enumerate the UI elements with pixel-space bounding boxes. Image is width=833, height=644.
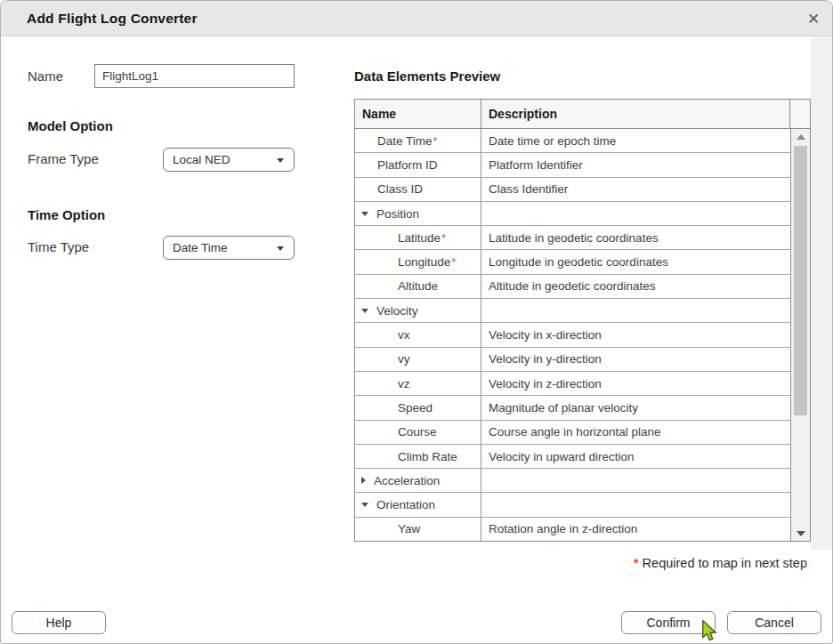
row-name-cell: Altitude [355, 275, 481, 298]
vertical-scrollbar[interactable] [790, 129, 810, 542]
row-name-cell: Orientation [355, 493, 481, 516]
row-name-label: vx [398, 328, 410, 342]
chevron-down-icon [277, 158, 284, 163]
right-gutter [811, 37, 833, 550]
scroll-down-button[interactable] [791, 526, 810, 542]
table-row[interactable]: Climb RateVelocity in upward direction [355, 445, 791, 469]
table-row[interactable]: SpeedMagnitude of planar velocity [355, 396, 791, 420]
collapse-icon[interactable] [361, 309, 368, 313]
table-row[interactable]: YawRotation angle in z-direction [355, 518, 791, 542]
row-name-cell: Course [355, 421, 481, 444]
row-description-cell: Latitude in geodetic coordinates [481, 226, 791, 249]
scroll-up-button[interactable] [791, 129, 810, 145]
table-row[interactable]: Class IDClass Identifier [355, 178, 791, 202]
confirm-button-label: Confirm [646, 616, 690, 630]
row-description-cell: Date time or epoch time [481, 129, 791, 152]
row-description-cell: Velocity in upward direction [481, 445, 791, 468]
name-input[interactable] [94, 64, 295, 88]
table-row[interactable]: Velocity [355, 299, 791, 323]
row-name-cell: Yaw [355, 518, 481, 541]
table-row[interactable]: Orientation [355, 493, 791, 517]
help-button-label: Help [46, 616, 72, 630]
required-marker: * [433, 134, 438, 148]
dialog-titlebar[interactable]: Add Flight Log Converter ✕ [1, 1, 832, 36]
time-type-value: Date Time [173, 241, 228, 254]
row-name-label: Climb Rate [398, 450, 457, 463]
row-name-label: Velocity [376, 304, 418, 318]
cancel-button[interactable]: Cancel [727, 611, 821, 634]
time-type-dropdown[interactable]: Date Time [163, 236, 295, 260]
close-button[interactable]: ✕ [802, 7, 825, 30]
required-marker: * [441, 231, 446, 245]
collapse-icon[interactable] [361, 212, 368, 216]
row-name-label: Position [376, 207, 419, 221]
row-description-cell: Velocity in x-direction [481, 323, 791, 346]
confirm-button[interactable]: Confirm [621, 611, 716, 634]
preview-heading: Data Elements Preview [354, 68, 500, 84]
row-name-cell: Velocity [355, 299, 481, 322]
required-marker: * [451, 255, 456, 269]
scroll-up-icon [797, 134, 805, 140]
frame-type-dropdown[interactable]: Local NED [163, 148, 295, 172]
table-row[interactable]: vyVelocity in y-direction [355, 348, 791, 372]
table-row[interactable]: CourseCourse angle in horizontal plane [355, 421, 791, 445]
expand-icon[interactable] [361, 477, 366, 484]
model-option-heading: Model Option [28, 118, 113, 133]
row-name-cell: Platform ID [355, 153, 481, 176]
column-header-scroll-spacer [790, 100, 810, 128]
time-option-heading: Time Option [28, 207, 105, 222]
data-elements-table: Name Description Date Time*Date time or … [354, 99, 811, 542]
row-description-cell: Rotation angle in z-direction [481, 518, 791, 541]
frame-type-label: Frame Type [28, 151, 99, 166]
required-footnote: *Required to map in next step [633, 556, 807, 570]
scrollbar-thumb[interactable] [794, 146, 807, 415]
row-description-cell: Altitude in geodetic coordinates [481, 275, 791, 298]
row-description-cell: Course angle in horizontal plane [481, 421, 791, 444]
row-description-cell [481, 202, 791, 225]
row-name-label: vz [398, 377, 410, 390]
cancel-button-label: Cancel [755, 616, 794, 630]
table-row[interactable]: Latitude*Latitude in geodetic coordinate… [355, 226, 791, 250]
row-name-cell: Latitude* [355, 226, 481, 249]
row-name-cell: Longitude* [355, 250, 481, 273]
row-name-label: Date Time [377, 134, 433, 148]
time-type-label: Time Type [28, 239, 89, 254]
row-name-label: Class ID [377, 182, 423, 196]
help-button[interactable]: Help [12, 611, 106, 634]
table-row[interactable]: vxVelocity in x-direction [355, 323, 791, 347]
row-description-cell: Magnitude of planar velocity [481, 396, 791, 419]
row-name-cell: vz [355, 372, 481, 395]
table-row[interactable]: Date Time*Date time or epoch time [355, 129, 791, 153]
table-row[interactable]: Platform IDPlatform Identifier [355, 153, 791, 177]
row-name-label: Altitude [398, 279, 438, 293]
table-body: Date Time*Date time or epoch timePlatfor… [355, 129, 791, 542]
row-name-label: Longitude [398, 255, 450, 269]
row-description-cell [481, 469, 791, 492]
table-row[interactable]: Acceleration [355, 469, 791, 493]
column-header-name[interactable]: Name [355, 100, 481, 128]
table-header: Name Description [355, 100, 810, 129]
row-name-cell: vy [355, 348, 481, 371]
add-flight-log-converter-dialog: Add Flight Log Converter ✕ Name Model Op… [0, 0, 833, 644]
row-description-cell: Velocity in z-direction [481, 372, 791, 395]
column-header-description[interactable]: Description [481, 100, 790, 128]
required-marker: * [634, 556, 639, 570]
table-row[interactable]: AltitudeAltitude in geodetic coordinates [355, 275, 791, 299]
row-name-label: Platform ID [377, 158, 438, 172]
frame-type-value: Local NED [173, 153, 230, 166]
row-name-label: Orientation [376, 498, 435, 511]
dialog-title: Add Flight Log Converter [27, 11, 198, 27]
row-name-label: Latitude [398, 231, 441, 245]
row-name-cell: Date Time* [355, 129, 481, 152]
collapse-icon[interactable] [361, 503, 368, 507]
row-description-cell: Longitude in geodetic coordinates [481, 250, 791, 273]
row-description-cell: Velocity in y-direction [481, 348, 791, 371]
table-row[interactable]: vzVelocity in z-direction [355, 372, 791, 396]
required-footnote-text: Required to map in next step [643, 556, 807, 570]
table-row[interactable]: Position [355, 202, 791, 226]
chevron-down-icon [277, 246, 284, 251]
row-name-cell: Acceleration [355, 469, 481, 492]
scroll-down-icon [797, 531, 805, 536]
name-label: Name [28, 68, 63, 84]
table-row[interactable]: Longitude*Longitude in geodetic coordina… [355, 250, 791, 274]
